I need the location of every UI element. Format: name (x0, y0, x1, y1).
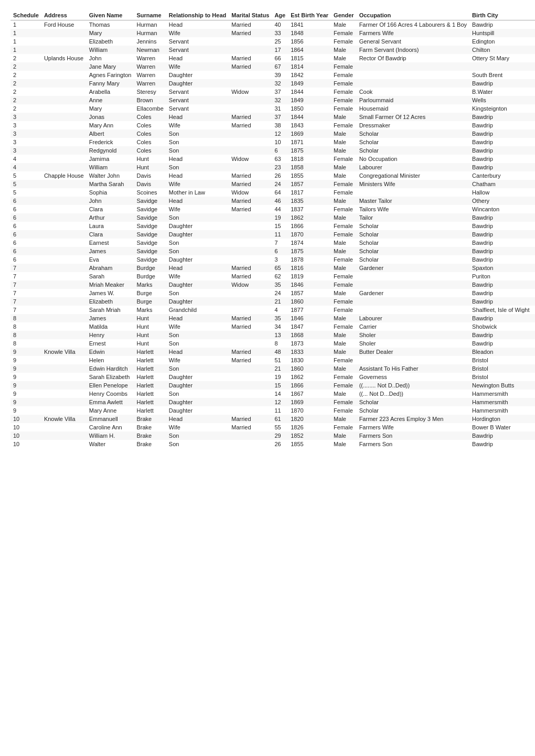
table-cell: Head (166, 415, 229, 423)
table-cell: 26 (272, 440, 288, 448)
table-cell (41, 247, 87, 255)
table-cell: 3 (10, 129, 41, 138)
table-cell: Chilton (469, 46, 532, 54)
table-cell: Jonas (87, 113, 134, 121)
table-cell: Gardener (357, 264, 469, 272)
table-cell: 2 (10, 104, 41, 113)
table-cell (41, 373, 87, 381)
table-cell: Burdge (134, 264, 166, 272)
column-header: Birth City (469, 10, 532, 20)
table-cell: 1857 (288, 289, 331, 297)
table-cell: 1877 (288, 306, 331, 314)
table-cell: Middlesex (532, 406, 535, 415)
table-cell: 1862 (288, 373, 331, 381)
table-cell: Anne (87, 96, 134, 104)
table-cell: Bawdrip (469, 138, 532, 146)
table-cell: Married (229, 171, 272, 180)
table-cell: Somerset (532, 272, 535, 280)
table-cell: Bawdrip (469, 230, 532, 239)
table-cell: Tailors Wife (357, 205, 469, 213)
table-cell (357, 272, 469, 280)
table-cell: Sarah (87, 272, 134, 280)
table-cell: Male (331, 264, 357, 272)
table-row: 8HenryHuntSon131868MaleSholerBawdripSome… (10, 331, 535, 339)
table-cell: Somerset (532, 205, 535, 213)
table-cell: 10 (272, 138, 288, 146)
table-cell: 19 (272, 213, 288, 222)
table-cell: Bawdrip (469, 331, 532, 339)
table-cell (41, 440, 87, 448)
table-cell: Son (166, 289, 229, 297)
table-cell: 1849 (288, 79, 331, 88)
table-cell: 1855 (288, 440, 331, 448)
table-cell: 11 (272, 406, 288, 415)
table-cell (229, 306, 272, 314)
table-cell: Somerset (532, 339, 535, 348)
table-cell: 1862 (288, 213, 331, 222)
table-cell: Butter Dealer (357, 348, 469, 356)
table-cell: 32 (272, 79, 288, 88)
table-cell: 1868 (288, 331, 331, 339)
table-cell: Head (166, 20, 229, 29)
table-cell (41, 104, 87, 113)
table-cell: Abraham (87, 264, 134, 272)
table-cell: Somerset (532, 230, 535, 239)
table-cell: Scholar (357, 406, 469, 415)
table-cell: 13 (272, 331, 288, 339)
table-cell: Wife (166, 62, 229, 71)
table-cell: Harlett (134, 364, 166, 373)
table-cell: Huntspill (469, 29, 532, 37)
table-cell: Mary Anne (87, 406, 134, 415)
table-cell: Married (229, 62, 272, 71)
table-cell: 51 (272, 356, 288, 364)
table-cell: 1835 (288, 197, 331, 205)
table-cell: 1867 (288, 390, 331, 398)
table-cell: Widow (229, 280, 272, 289)
table-cell: ((........ Not D..Ded)) (357, 381, 469, 390)
table-cell: 40 (272, 20, 288, 29)
table-cell: 3 (10, 146, 41, 155)
table-cell: 2 (10, 62, 41, 71)
table-cell: Coles (134, 138, 166, 146)
table-cell: 1 (10, 37, 41, 46)
table-cell: 17 (272, 46, 288, 54)
table-row: 10Caroline AnnBrakeWifeMarried551826Fema… (10, 423, 535, 431)
table-cell: Albert (87, 129, 134, 138)
table-cell: Bawdrip (469, 339, 532, 348)
table-cell: Harlett (134, 381, 166, 390)
table-cell: Wells (469, 96, 532, 104)
table-cell (41, 230, 87, 239)
table-cell: Somerset (532, 20, 535, 29)
table-row: 9Mary AnneHarlettDaughter111870FemaleSch… (10, 406, 535, 415)
table-cell: 7 (10, 272, 41, 280)
table-cell: 11 (272, 230, 288, 239)
table-cell: Female (331, 406, 357, 415)
table-cell: 1864 (288, 46, 331, 54)
table-row: 1ElizabethJenninsServant251856FemaleGene… (10, 37, 535, 46)
table-cell (229, 431, 272, 440)
table-cell: Sarah Mriah (87, 306, 134, 314)
table-cell: Female (331, 381, 357, 390)
table-cell: 55 (272, 423, 288, 431)
table-cell: 1875 (288, 146, 331, 155)
table-cell: 1843 (288, 121, 331, 129)
table-cell: 6 (10, 197, 41, 205)
table-cell: 1852 (288, 431, 331, 440)
table-row: 8JamesHuntHeadMarried351846MaleLabourerB… (10, 314, 535, 322)
table-cell: Female (331, 180, 357, 188)
table-cell: Farm Servant (Indoors) (357, 46, 469, 54)
table-cell (41, 37, 87, 46)
table-cell: Wife (166, 322, 229, 331)
table-cell: 37 (272, 88, 288, 96)
table-cell: Female (331, 356, 357, 364)
table-cell: 1875 (288, 247, 331, 255)
table-cell: Female (331, 79, 357, 88)
table-cell: Bawdrip (469, 222, 532, 230)
table-cell: Scholar (357, 247, 469, 255)
table-cell: Coles (134, 113, 166, 121)
table-cell: Somerset (532, 129, 535, 138)
table-cell: Bawdrip (469, 255, 532, 264)
table-cell: Married (229, 272, 272, 280)
table-cell: 2 (10, 79, 41, 88)
table-cell: 3 (272, 255, 288, 264)
